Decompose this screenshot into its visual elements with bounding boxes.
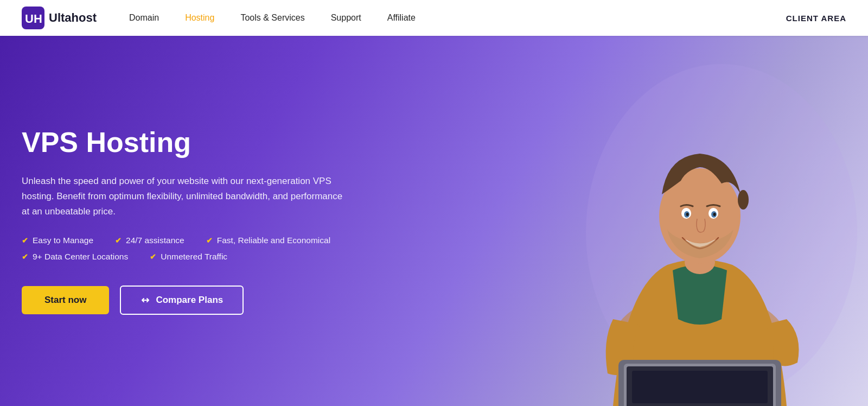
nav-item-domain[interactable]: Domain xyxy=(129,13,159,23)
svg-point-11 xyxy=(686,213,689,216)
nav-item-support[interactable]: Support xyxy=(331,13,361,23)
logo-icon: UH xyxy=(22,7,44,29)
hero-features-row-2: ✔ 9+ Data Center Locations ✔ Unmetered T… xyxy=(22,252,347,262)
nav-item-affiliate[interactable]: Affiliate xyxy=(387,13,416,23)
svg-rect-16 xyxy=(632,371,768,403)
feature-247: ✔ 24/7 assistance xyxy=(115,236,184,245)
feature-traffic: ✔ Unmetered Traffic xyxy=(150,252,227,262)
svg-text:UH: UH xyxy=(25,12,42,26)
hero-features-row-1: ✔ Easy to Manage ✔ 24/7 assistance ✔ Fas… xyxy=(22,236,347,245)
checkmark-icon: ✔ xyxy=(150,252,156,261)
hero-features: ✔ Easy to Manage ✔ 24/7 assistance ✔ Fas… xyxy=(22,236,347,262)
hero-person-illustration xyxy=(515,59,868,406)
hero-buttons: Start now Compare Plans xyxy=(22,286,347,315)
nav-item-hosting[interactable]: Hosting xyxy=(185,13,214,23)
nav-item-tools-services[interactable]: Tools & Services xyxy=(240,13,304,23)
svg-point-6 xyxy=(738,190,749,210)
nav-links: Domain Hosting Tools & Services Support … xyxy=(129,13,786,23)
checkmark-icon: ✔ xyxy=(22,236,28,245)
hero-content: VPS Hosting Unleash the speed and power … xyxy=(0,127,347,314)
hero-description: Unleash the speed and power of your webs… xyxy=(22,174,347,219)
feature-fast: ✔ Fast, Reliable and Economical xyxy=(206,236,330,245)
checkmark-icon: ✔ xyxy=(115,236,122,245)
hero-section: VPS Hosting Unleash the speed and power … xyxy=(0,36,868,406)
logo[interactable]: UH Ultahost xyxy=(22,7,97,29)
svg-point-12 xyxy=(713,213,716,216)
client-area-link[interactable]: CLIENT AREA xyxy=(786,14,846,23)
navbar: UH Ultahost Domain Hosting Tools & Servi… xyxy=(0,0,868,36)
feature-easy-manage: ✔ Easy to Manage xyxy=(22,236,93,245)
checkmark-icon: ✔ xyxy=(206,236,213,245)
start-now-button[interactable]: Start now xyxy=(22,286,109,314)
feature-datacenters: ✔ 9+ Data Center Locations xyxy=(22,252,128,262)
compare-plans-button[interactable]: Compare Plans xyxy=(120,286,244,315)
logo-text: Ultahost xyxy=(49,11,97,25)
compare-icon xyxy=(141,295,150,305)
hero-title: VPS Hosting xyxy=(22,127,347,158)
hero-image xyxy=(380,36,868,406)
checkmark-icon: ✔ xyxy=(22,252,28,261)
